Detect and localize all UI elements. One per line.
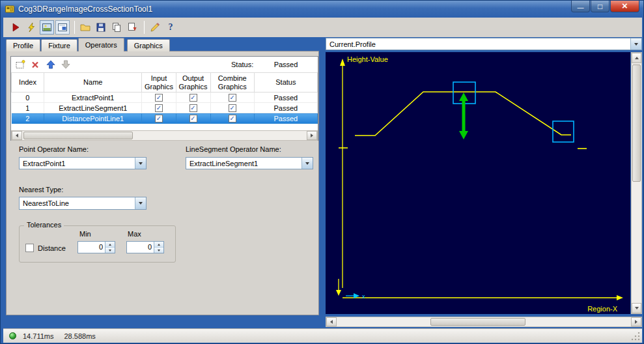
graphics-checkbox[interactable]: ✓	[189, 104, 197, 112]
image-overlay-icon	[57, 22, 68, 33]
image-icon	[42, 22, 52, 33]
scroll-thumb[interactable]	[632, 64, 641, 182]
chevron-down-icon[interactable]	[301, 158, 313, 169]
triangle-up-icon	[158, 244, 160, 246]
move-down-button[interactable]	[59, 58, 72, 71]
show-image-toggle-button[interactable]	[40, 20, 54, 35]
distance-max-spinner[interactable]: 0	[126, 241, 164, 253]
status-led-icon	[9, 332, 16, 339]
table-column-header[interactable]: Input Graphics	[142, 73, 176, 93]
cell-input-graphics[interactable]: ✓	[142, 93, 176, 103]
cell-combine-graphics[interactable]: ✓	[210, 93, 254, 103]
scroll-up-button[interactable]	[632, 53, 641, 63]
tab-fixture[interactable]: Fixture	[41, 39, 77, 51]
cell-input-graphics[interactable]: ✓	[142, 103, 176, 113]
cell-name[interactable]: ExtractLineSegment1	[44, 103, 142, 113]
profile-display-combo[interactable]: Current.Profile	[326, 38, 642, 50]
graphics-checkbox[interactable]: ✓	[155, 94, 163, 102]
tab-profile[interactable]: Profile	[6, 39, 40, 51]
maximize-button[interactable]	[591, 1, 609, 12]
resize-grip[interactable]	[632, 331, 641, 341]
tab-operators[interactable]: Operators	[78, 38, 124, 51]
table-row[interactable]: 2DistancePointLine1✓✓✓Passed	[12, 113, 318, 124]
point-operator-value: ExtractPoint1	[20, 160, 135, 167]
cell-output-graphics[interactable]: ✓	[176, 113, 210, 124]
table-column-header[interactable]: Index	[12, 73, 44, 93]
table-column-header[interactable]: Status	[254, 73, 317, 93]
minimize-button[interactable]	[571, 1, 590, 12]
linesegment-operator-combo[interactable]: ExtractLineSegment1	[186, 157, 313, 169]
table-column-header[interactable]: Name	[44, 73, 142, 93]
scroll-right-button[interactable]	[631, 317, 641, 326]
scroll-thumb[interactable]	[23, 132, 133, 139]
profile-chart-view[interactable]: Height-Value Region-X x	[326, 52, 630, 314]
help-button[interactable]: ?	[163, 20, 178, 35]
chart-vertical-scrollbar[interactable]	[631, 52, 642, 314]
nearest-type-combo[interactable]: NearestToLine	[19, 197, 147, 210]
scroll-left-button[interactable]	[12, 131, 22, 140]
cell-status[interactable]: Passed	[254, 103, 317, 113]
graphics-checkbox[interactable]: ✓	[229, 115, 236, 122]
table-column-header[interactable]: Output Graphics	[176, 73, 210, 93]
table-row[interactable]: 0ExtractPoint1✓✓✓Passed	[12, 93, 318, 103]
cell-status[interactable]: Passed	[254, 93, 317, 103]
chevron-down-icon[interactable]	[135, 197, 146, 209]
operators-grid: Status: Passed IndexNameInput GraphicsOu…	[10, 56, 318, 141]
cell-name[interactable]: DistancePointLine1	[44, 113, 142, 124]
copy-results-button[interactable]	[109, 20, 124, 35]
cell-index[interactable]: 1	[12, 103, 44, 113]
graphics-checkbox[interactable]: ✓	[229, 104, 236, 112]
scroll-thumb[interactable]	[430, 318, 525, 326]
scroll-right-button[interactable]	[307, 131, 317, 140]
electric-run-button[interactable]	[24, 20, 38, 35]
open-button[interactable]	[78, 20, 92, 35]
chevron-down-icon[interactable]	[630, 38, 641, 50]
table-column-header[interactable]: Combine Graphics	[210, 73, 254, 93]
move-up-button[interactable]	[44, 58, 57, 71]
tab-graphics[interactable]: Graphics	[127, 39, 170, 51]
triangle-left-icon	[330, 320, 333, 324]
cell-output-graphics[interactable]: ✓	[176, 93, 210, 103]
operators-tab-page: Status: Passed IndexNameInput GraphicsOu…	[6, 51, 319, 315]
point-operator-combo[interactable]: ExtractPoint1	[19, 157, 147, 169]
cell-name[interactable]: ExtractPoint1	[44, 93, 142, 103]
delete-operator-button[interactable]	[29, 58, 42, 71]
triangle-down-icon	[158, 250, 160, 251]
spin-down-button[interactable]	[154, 248, 163, 253]
cell-combine-graphics[interactable]: ✓	[210, 113, 254, 124]
show-graphics-toggle-button[interactable]	[55, 20, 70, 35]
triangle-down-icon	[109, 250, 111, 251]
cell-output-graphics[interactable]: ✓	[176, 103, 210, 113]
cell-status[interactable]: Passed	[254, 113, 317, 124]
paste-results-button[interactable]	[125, 20, 139, 35]
scroll-left-button[interactable]	[326, 317, 337, 326]
add-operator-button[interactable]	[14, 58, 27, 71]
chart-horizontal-scrollbar[interactable]	[326, 317, 642, 327]
cell-index[interactable]: 2	[12, 113, 44, 124]
edit-pen-button[interactable]	[148, 20, 162, 35]
table-row[interactable]: 1ExtractLineSegment1✓✓✓Passed	[12, 103, 318, 113]
cell-input-graphics[interactable]: ✓	[142, 113, 176, 124]
graphics-checkbox[interactable]: ✓	[189, 94, 197, 102]
graphics-checkbox[interactable]: ✓	[155, 104, 163, 112]
grid-horizontal-scrollbar[interactable]	[11, 130, 318, 141]
cell-combine-graphics[interactable]: ✓	[210, 103, 254, 113]
point-operator-label: Point Operator Name:	[19, 145, 89, 153]
run-button[interactable]	[8, 20, 23, 35]
close-button[interactable]	[610, 1, 639, 12]
tool-edit-window: Cog3DRangeImageCrossSectionTool1	[0, 0, 644, 344]
distance-checkbox[interactable]	[25, 244, 34, 252]
graphics-checkbox[interactable]: ✓	[155, 115, 163, 122]
cell-index[interactable]: 0	[12, 93, 44, 103]
distance-min-spinner[interactable]: 0	[77, 241, 115, 253]
table-body: 0ExtractPoint1✓✓✓Passed1ExtractLineSegme…	[12, 93, 318, 124]
spin-up-button[interactable]	[154, 242, 163, 248]
scroll-down-button[interactable]	[632, 303, 641, 313]
save-button[interactable]	[94, 20, 108, 35]
titlebar[interactable]: Cog3DRangeImageCrossSectionTool1	[1, 1, 643, 18]
spin-up-button[interactable]	[105, 242, 115, 248]
graphics-checkbox[interactable]: ✓	[229, 94, 236, 102]
graphics-checkbox[interactable]: ✓	[189, 115, 197, 122]
spin-down-button[interactable]	[105, 248, 115, 253]
chevron-down-icon[interactable]	[135, 158, 146, 169]
